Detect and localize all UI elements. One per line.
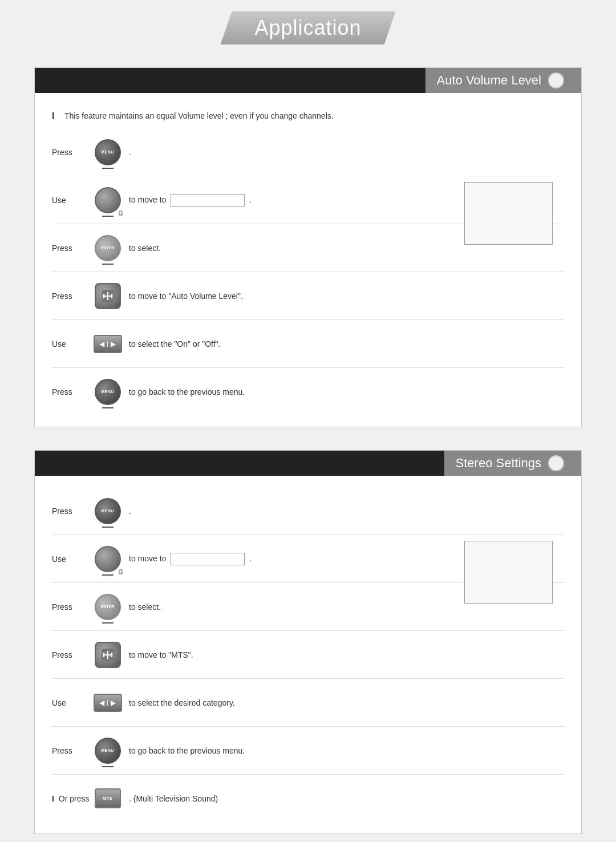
step-row-use-nav-1: Use ▲ ◀ ▶ ▼ to move to	[52, 176, 564, 224]
step-row-use-nav-s: Use ▲ ◀ ▶ ▼ to move to	[52, 535, 564, 583]
step-desc: to select the desired category.	[129, 698, 564, 707]
step-label: Press	[52, 602, 92, 612]
stereo-settings-section: Stereo Settings Press MENU . Use ▲	[34, 450, 582, 834]
stereo-settings-title: Stereo Settings	[444, 451, 581, 476]
auto-volume-level-title: Auto Volume Level	[425, 68, 581, 93]
step-label: Press	[52, 746, 92, 755]
page-title-bar: Application	[220, 11, 395, 44]
mts-button-icon: MTS	[92, 783, 123, 814]
step-desc: to select the "On" or "Off".	[129, 339, 564, 349]
step-label: I Or press	[52, 794, 92, 803]
header-circle-icon-2	[548, 455, 564, 471]
menu-input-placeholder	[171, 194, 245, 207]
step-desc: to move to .	[129, 553, 450, 565]
step-row-press-arrow-1: Press to move to "Auto Volume Level".	[52, 272, 564, 320]
arrow-button-icon	[92, 280, 123, 311]
step-label: Press	[52, 244, 92, 253]
menu-button-icon-s: MENU	[92, 495, 123, 527]
lr-button-icon-s: ◀ | ▶	[92, 687, 123, 718]
header-circle-icon	[548, 72, 564, 88]
page-title-section: Application	[34, 11, 582, 44]
stereo-settings-header: Stereo Settings	[35, 451, 581, 476]
step-row-or-press-mts: I Or press MTS . (Multi Television Sound…	[52, 775, 564, 822]
auto-volume-level-header: Auto Volume Level	[35, 68, 581, 93]
info-row: I This feature maintains an equal Volume…	[52, 104, 564, 128]
step-row-use-lr-1: Use ◀ | ▶ to select the "On" or "Off".	[52, 320, 564, 368]
step-desc: . (Multi Television Sound)	[129, 794, 564, 803]
step-desc: to move to "Auto Volume Level".	[129, 292, 564, 301]
step-desc: to go back to the previous menu.	[129, 746, 564, 755]
enter-button-icon-s: ENTER	[92, 591, 123, 622]
step-label: Use	[52, 554, 92, 564]
bullet-i: I	[52, 794, 54, 803]
nav-button-icon-s: ▲ ◀ ▶ ▼	[92, 543, 123, 574]
step-row-press-arrow-s: Press to move to "MTS".	[52, 631, 564, 679]
lr-button-icon: ◀ | ▶	[92, 328, 123, 359]
step-label: Press	[52, 148, 92, 157]
step-label: Use	[52, 339, 92, 349]
step-row-press-enter-s: Press ENTER to select.	[52, 583, 564, 631]
page-title: Application	[254, 16, 361, 40]
enter-button-icon: ENTER	[92, 232, 123, 264]
step-label: Use	[52, 698, 92, 707]
step-label: Press	[52, 387, 92, 396]
step-desc: to move to "MTS".	[129, 650, 564, 659]
stereo-settings-content: Press MENU . Use ▲ ◀ ▶ ▼	[35, 476, 581, 833]
info-bullet: I	[52, 111, 59, 122]
step-desc: to move to .	[129, 194, 450, 207]
step-row-press-menu-back-1: Press MENU to go back to the previous me…	[52, 368, 564, 415]
auto-volume-level-content: I This feature maintains an equal Volume…	[35, 93, 581, 427]
step-label: Press	[52, 507, 92, 516]
step-desc: .	[129, 148, 564, 157]
step-row-use-lr-s: Use ◀ | ▶ to select the desired category…	[52, 679, 564, 727]
menu-button-icon: MENU	[92, 136, 123, 168]
step-label: Press	[52, 650, 92, 659]
step-desc: to go back to the previous menu.	[129, 387, 564, 396]
step-row-press-enter-1: Press ENTER to select.	[52, 224, 564, 272]
step-row-press-menu-s1: Press MENU .	[52, 487, 564, 535]
step-label: Use	[52, 196, 92, 205]
step-desc: to select.	[129, 602, 564, 612]
info-text: This feature maintains an equal Volume l…	[64, 111, 334, 120]
step-desc: to select.	[129, 244, 564, 253]
step-desc: .	[129, 507, 564, 516]
step-row-press-menu-back-s: Press MENU to go back to the previous me…	[52, 727, 564, 775]
nav-button-icon: ▲ ◀ ▶ ▼	[92, 184, 123, 216]
step-row-press-menu-1: Press MENU .	[52, 128, 564, 176]
auto-volume-level-section: Auto Volume Level I This feature maintai…	[34, 67, 582, 427]
menu-button-back-icon-s: MENU	[92, 735, 123, 766]
step-label: Press	[52, 292, 92, 301]
menu-button-back-icon: MENU	[92, 376, 123, 407]
arrow-button-icon-s	[92, 639, 123, 670]
menu-input-placeholder-s	[171, 553, 245, 565]
